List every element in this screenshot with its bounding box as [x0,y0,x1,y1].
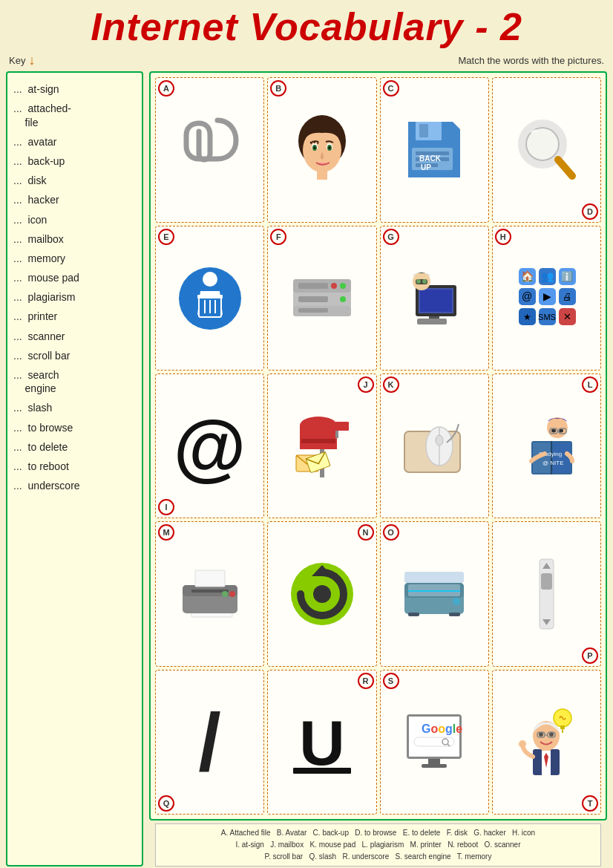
svg-text:U: U [299,708,344,777]
key-label: Key ↓ [9,53,35,68]
badge-j: J [358,376,374,393]
svg-text:@: @ [522,290,532,302]
badge-l: L [582,376,598,393]
svg-point-35 [340,296,346,302]
badge-g: G [383,229,399,245]
svg-point-131 [549,732,554,737]
svg-text:BACK: BACK [419,154,442,163]
svg-rect-36 [298,283,328,289]
svg-rect-108 [408,613,419,616]
svg-point-22 [203,272,217,287]
badge-q: Q [158,795,174,812]
caption-bar: A. Attached file B. Avatar C. back-up D.… [155,823,601,867]
vocab-item: ... back-up [13,152,136,170]
vocab-panel: ... at-sign ... attached- file ... avata… [6,71,143,867]
vocab-item: ... icon [13,211,136,229]
svg-point-138 [519,740,526,748]
vocab-item: ... scroll bar [13,347,136,365]
cell-j: J [267,373,376,518]
svg-rect-70 [301,439,335,443]
svg-point-47 [422,279,427,284]
svg-point-7 [313,146,315,149]
svg-rect-98 [195,570,225,587]
svg-point-34 [331,283,337,289]
svg-text:Google: Google [422,722,462,735]
badge-e: E [158,229,174,245]
cell-d: D [492,77,601,222]
svg-point-130 [539,732,543,737]
badge-t: T [582,795,598,812]
svg-rect-115 [293,768,351,774]
cell-f: F [267,226,376,371]
cell-s: S Google [380,670,489,815]
svg-text:@ NITE: @ NITE [542,460,564,466]
svg-rect-112 [541,573,552,590]
vocab-item: ... to browse [13,419,136,437]
badge-k: K [383,376,399,393]
svg-point-8 [328,146,330,149]
svg-text:▶: ▶ [542,290,551,302]
cell-k: K [380,373,489,518]
picture-panel: A B [149,71,607,820]
vocab-item: ... printer [13,307,136,325]
cell-m: M [155,521,264,666]
svg-text:ℹ️: ℹ️ [561,270,574,283]
vocab-item: ... mailbox [13,230,136,248]
svg-point-69 [300,417,337,434]
vocab-item: ... to delete [13,438,136,456]
svg-point-101 [313,585,331,603]
cell-e: E [155,226,264,371]
vocab-item: ... underscore [13,477,136,495]
svg-rect-41 [420,290,452,312]
vocab-item: ... disk [13,172,136,189]
svg-text:UP: UP [421,163,431,172]
svg-point-80 [551,428,556,432]
svg-rect-106 [404,572,464,583]
cell-b: B [267,77,376,222]
svg-text:✕: ✕ [563,311,571,322]
svg-rect-124 [422,764,447,768]
svg-point-46 [416,279,421,284]
svg-rect-123 [428,759,440,765]
svg-text:🏠: 🏠 [520,270,534,283]
svg-rect-38 [298,308,328,313]
svg-point-97 [229,591,235,597]
vocab-item: ... mouse pad [13,269,136,287]
badge-s: S [383,673,399,689]
vocab-item: ... memory [13,249,136,267]
cell-g: G [380,226,489,371]
svg-rect-110 [540,559,554,629]
cell-t: T [492,670,601,815]
cell-n: N [267,521,376,666]
svg-point-78 [436,435,443,446]
vocab-item: ... attached- file [13,99,136,131]
instruction-text: Match the words with the pictures. [458,55,604,66]
vocab-item: ... plagiarism [13,288,136,306]
vocab-item: ... hacker [13,191,136,209]
svg-text:👥: 👥 [540,270,554,283]
badge-r: R [358,673,374,689]
vocab-item: ... to reboot [13,457,136,475]
slash-symbol: / [198,701,221,783]
badge-p: P [582,647,598,664]
cell-l: L [492,373,601,518]
badge-o: O [383,524,399,541]
svg-rect-25 [203,291,217,296]
vocab-item: ... scanner [13,327,136,345]
svg-point-33 [340,283,346,289]
svg-line-20 [558,160,572,176]
badge-d: D [582,203,598,220]
badge-f: F [270,229,286,245]
svg-rect-87 [553,443,571,473]
vocab-item: ... slash [13,399,136,417]
cell-i: I @ [155,373,264,518]
badge-c: C [383,80,399,97]
svg-point-107 [453,598,460,605]
svg-rect-105 [408,590,460,592]
cell-o: O [380,521,489,666]
svg-rect-48 [417,319,447,324]
vocab-item: ... avatar [13,133,136,151]
page-title: Internet Vocabulary - 2 [0,0,613,51]
svg-text:🖨: 🖨 [562,291,571,302]
cell-p: P [492,521,601,666]
